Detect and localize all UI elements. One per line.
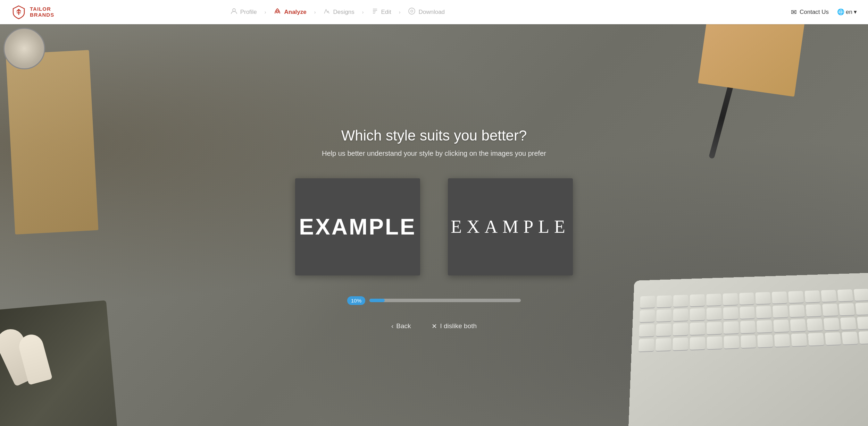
chevron-3: › bbox=[361, 9, 365, 15]
svg-point-6 bbox=[409, 8, 415, 14]
nav-steps: Profile › Analyze › Designs › bbox=[224, 7, 451, 17]
edit-icon bbox=[372, 8, 378, 16]
logo-text: TAILOR BRANDS bbox=[30, 6, 54, 18]
progress-label: 10% bbox=[347, 296, 365, 305]
back-button[interactable]: ‹ Back bbox=[391, 322, 411, 330]
dislike-label: I dislike both bbox=[440, 322, 477, 330]
chevron-down-icon: ▾ bbox=[854, 8, 857, 16]
contact-label: Contact Us bbox=[800, 9, 829, 16]
svg-point-0 bbox=[233, 9, 235, 11]
nav-step-edit[interactable]: Edit bbox=[365, 8, 398, 16]
contact-button[interactable]: ✉ Contact Us bbox=[791, 8, 829, 16]
card-serif-text: EXAMPLE bbox=[451, 216, 570, 237]
nav-step-profile[interactable]: Profile bbox=[224, 8, 263, 16]
logo-line2: BRANDS bbox=[30, 12, 54, 18]
main-content: Which style suits you better? Help us be… bbox=[0, 24, 868, 426]
bottom-nav: ‹ Back ✕ I dislike both bbox=[391, 322, 477, 330]
designs-label: Designs bbox=[333, 9, 354, 16]
progress-container: 10% bbox=[347, 296, 521, 305]
nav-step-download[interactable]: Download bbox=[402, 7, 451, 17]
chevron-left-icon: ‹ bbox=[391, 322, 393, 330]
question-title: Which style suits you better? bbox=[341, 127, 527, 144]
nav-step-designs[interactable]: Designs bbox=[317, 8, 360, 16]
svg-point-1 bbox=[276, 11, 278, 13]
nav-step-analyze[interactable]: Analyze bbox=[267, 7, 312, 17]
chevron-1: › bbox=[263, 9, 268, 15]
style-cards: EXAMPLE EXAMPLE bbox=[295, 178, 573, 275]
profile-icon bbox=[231, 8, 237, 16]
background-area: Which style suits you better? Help us be… bbox=[0, 24, 868, 426]
language-label: en bbox=[846, 9, 852, 16]
language-selector[interactable]: 🌐 en ▾ bbox=[837, 8, 857, 16]
progress-track bbox=[369, 299, 521, 302]
edit-label: Edit bbox=[381, 9, 391, 16]
profile-label: Profile bbox=[240, 9, 257, 16]
designs-icon bbox=[323, 8, 330, 16]
style-card-bold[interactable]: EXAMPLE bbox=[295, 178, 420, 275]
card-bold-text: EXAMPLE bbox=[299, 214, 416, 240]
nav-right: ✉ Contact Us 🌐 en ▾ bbox=[791, 8, 857, 16]
chevron-2: › bbox=[313, 9, 317, 15]
logo-icon bbox=[11, 5, 26, 20]
logo[interactable]: TAILOR BRANDS bbox=[11, 5, 54, 20]
envelope-icon: ✉ bbox=[791, 8, 797, 16]
logo-line1: TAILOR bbox=[30, 6, 54, 12]
download-icon bbox=[408, 7, 416, 17]
question-subtitle: Help us better understand your style by … bbox=[322, 150, 546, 157]
times-icon: ✕ bbox=[432, 322, 437, 330]
svg-point-7 bbox=[411, 10, 413, 12]
analyze-label: Analyze bbox=[284, 9, 306, 16]
style-card-serif[interactable]: EXAMPLE bbox=[448, 178, 573, 275]
download-label: Download bbox=[418, 9, 445, 16]
progress-fill bbox=[369, 299, 385, 302]
navbar: TAILOR BRANDS Profile › Analyze › bbox=[0, 0, 868, 24]
analyze-icon bbox=[274, 7, 281, 17]
dislike-button[interactable]: ✕ I dislike both bbox=[432, 322, 477, 330]
globe-icon: 🌐 bbox=[837, 8, 844, 16]
chevron-4: › bbox=[398, 9, 402, 15]
back-label: Back bbox=[396, 322, 411, 330]
